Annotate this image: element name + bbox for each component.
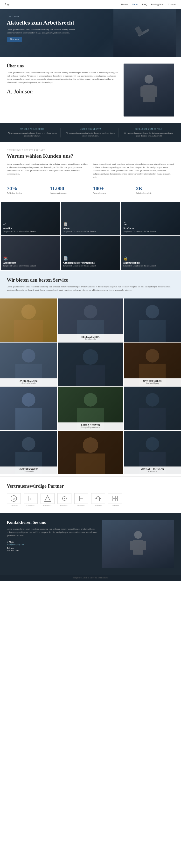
strip-label-1: UNSER GRUNDSATZ — [65, 128, 116, 130]
svg-rect-57 — [130, 541, 134, 550]
svg-rect-4 — [140, 86, 145, 97]
partners-row: O COMPANY C COMPANY COMPANY COMPANY — [7, 493, 174, 506]
nav-home[interactable]: Home — [121, 3, 128, 6]
nav-pricing[interactable]: Pricing Plan — [151, 3, 164, 6]
team-cell-jack[interactable]: JACK ALVAREZ Gesellschaftsrecht — [0, 343, 57, 386]
team-cell-mid-center — [58, 343, 123, 386]
nav-faq[interactable]: FAQ — [142, 3, 147, 6]
card-2[interactable]: 🏛 Strafrecht Sample text. Click to selec… — [121, 202, 180, 236]
card-icon-4: 📄 — [63, 256, 118, 261]
card-0[interactable]: ⚖ Anwälte Sample text. Click to select t… — [1, 202, 60, 236]
card-title-2: Strafrecht — [123, 227, 178, 230]
why-title: Warum wählen Kunden uns? — [7, 153, 174, 159]
team-name-nat: NAT REYNOLDS — [125, 380, 180, 382]
partner-0[interactable]: O COMPANY — [7, 493, 21, 506]
partner-3[interactable]: COMPANY — [57, 493, 72, 506]
dark-strip: UNSERE PHILOSOPHIE At vero eos et accusa… — [0, 123, 181, 142]
team-cell-celia[interactable]: CELIA ALMEDA Familienrecht — [58, 299, 123, 342]
team-cell-nat[interactable]: NAT REYNOLDS Strafverteidigung — [124, 343, 181, 386]
nav-contact[interactable]: Contact — [168, 3, 176, 6]
svg-point-48 — [64, 498, 65, 499]
svg-point-7 — [22, 305, 36, 319]
stat-num-1: 11.000 — [50, 185, 88, 192]
strip-item-0: UNSERE PHILOSOPHIE At vero eos et accusa… — [7, 128, 60, 137]
svg-point-55 — [134, 531, 142, 539]
why-col-1: Lorem ipsum dolor sit amet, consetetur s… — [7, 162, 88, 179]
card-title-0: Anwälte — [3, 227, 58, 230]
contact-email-value[interactable]: info@company.com — [7, 543, 97, 546]
nav-about[interactable]: About — [131, 3, 138, 6]
contact-image — [102, 520, 174, 568]
svg-point-16 — [22, 349, 35, 363]
card-1[interactable]: 📋 About Sample text. Click to select the… — [61, 202, 120, 236]
stat-num-2: 100+ — [93, 185, 131, 192]
contact-phone-row: Telefon: +21.456.7890 — [7, 547, 97, 552]
team-role-jack: Gesellschaftsrecht — [1, 382, 56, 384]
contact-inner: Kontaktieren Sie uns Lorem ipsum dolor s… — [7, 520, 174, 568]
partner-5[interactable]: COMPANY — [91, 493, 105, 506]
partner-name-4: COMPANY — [77, 504, 85, 506]
hero-button[interactable]: Mehr lesen — [7, 37, 22, 42]
team-role-celia: Familienrecht — [59, 338, 122, 340]
team-cell-michael[interactable]: MICHAEL JOHNSON Arbeitsrecht — [124, 431, 181, 474]
svg-point-28 — [84, 393, 97, 407]
cards-grid: ⚖ Anwälte Sample text. Click to select t… — [0, 201, 181, 271]
card-title-5: Eigentutsschutz — [123, 261, 178, 264]
svg-point-2 — [145, 75, 153, 84]
stat-1: 11.000 Kundenempfehlungen — [50, 185, 88, 194]
navigation: logo Home About FAQ Pricing Plan Contact — [0, 0, 181, 9]
hero-text: Lorem ipsum dolor sit amet, consectetur … — [7, 28, 79, 34]
card-icon-1: 📋 — [63, 222, 118, 226]
svg-point-40 — [146, 437, 159, 451]
strip-label-2: SCHLÜSSEL ZUM ERFOLG — [123, 128, 174, 130]
partner-6[interactable]: COMPANY — [108, 493, 122, 506]
svg-marker-46 — [45, 496, 50, 501]
partner-2[interactable]: COMPANY — [41, 493, 55, 506]
nav-links: Home About FAQ Pricing Plan Contact — [121, 3, 176, 6]
team-row-top: CELIA ALMEDA Familienrecht — [0, 299, 181, 342]
svg-rect-8 — [14, 320, 43, 342]
team-cell-nick[interactable]: NICK REYNOLDS Umweltrecht — [0, 431, 57, 474]
team-right-spacer — [124, 299, 181, 342]
svg-point-34 — [22, 437, 35, 451]
team-name-laura: LAURA NGUYEN — [59, 424, 122, 426]
card-text-4: Sample text. Click to select the Text El… — [63, 265, 118, 268]
svg-point-10 — [84, 305, 97, 318]
card-icon-0: ⚖ — [3, 222, 58, 226]
service-text: Lorem ipsum dolor sit amet, consetetur s… — [7, 285, 174, 292]
contact-phone-value: +21.456.7890 — [7, 549, 97, 552]
card-5[interactable]: 🔒 Eigentutsschutz Sample text. Click to … — [121, 236, 180, 270]
contact-email-row: E-Mail: info@company.com — [7, 540, 97, 546]
team-label-laura: LAURA NGUYEN Geistiges Eigentumsrecht — [58, 423, 123, 430]
card-4[interactable]: 📄 Grundlagen des Vertragsrechts Sample t… — [61, 236, 120, 270]
svg-rect-26 — [16, 408, 42, 430]
card-title-3: Arbeitsrecht — [3, 261, 58, 264]
team-cell-laura[interactable]: LAURA NGUYEN Geistiges Eigentumsrecht — [58, 386, 123, 430]
contact-email-label: E-Mail: — [7, 540, 97, 543]
svg-point-19 — [83, 349, 98, 365]
about-image — [124, 64, 174, 117]
svg-text:C: C — [30, 498, 31, 500]
about-content: Über uns Lorem ipsum dolor sit amet, con… — [7, 64, 119, 95]
card-text-5: Sample text. Click to select the Text El… — [123, 265, 178, 268]
strip-item-1: UNSER GRUNDSATZ At vero eos et accusam e… — [62, 128, 119, 137]
card-icon-3: 📚 — [3, 256, 58, 261]
card-3[interactable]: 📚 Arbeitsrecht Sample text. Click to sel… — [1, 236, 60, 270]
svg-text:O: O — [13, 498, 15, 500]
partner-name-0: COMPANY — [10, 504, 18, 506]
team-label-celia: CELIA ALMEDA Familienrecht — [58, 334, 123, 342]
svg-rect-53 — [113, 499, 115, 501]
stat-label-1: Kundenempfehlungen — [50, 192, 88, 194]
team-name-celia: CELIA ALMEDA — [59, 336, 122, 338]
strip-item-2: SCHLÜSSEL ZUM ERFOLG At vero eos et accu… — [121, 128, 174, 137]
team-label-nat: NAT REYNOLDS Strafverteidigung — [124, 378, 181, 386]
partner-1[interactable]: C COMPANY — [24, 493, 37, 506]
hero-title: Aktuelles zum Arbeitsrecht — [7, 19, 84, 26]
about-title: Über uns — [7, 64, 119, 69]
team-label-michael: MICHAEL JOHNSON Arbeitsrecht — [124, 466, 181, 474]
partner-4[interactable]: COMPANY — [74, 493, 88, 506]
team-role-laura: Geistiges Eigentumsrecht — [59, 426, 122, 429]
svg-rect-38 — [76, 454, 105, 474]
footer-text: Sample text. Click to select the Text El… — [73, 577, 108, 579]
card-text-0: Sample text. Click to select the Text El… — [3, 230, 58, 233]
